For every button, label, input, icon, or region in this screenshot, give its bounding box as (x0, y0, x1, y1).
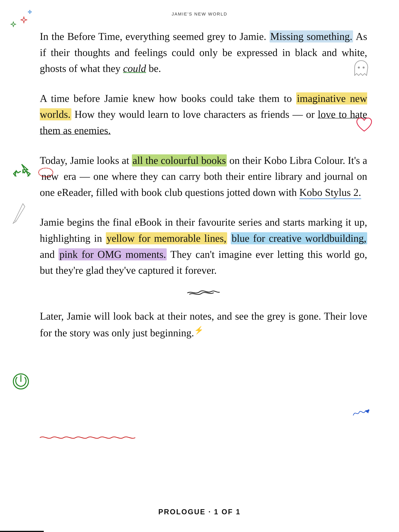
p3-new-word: new (40, 168, 60, 184)
svg-line-2 (23, 204, 25, 207)
svg-point-4 (39, 168, 53, 177)
svg-point-1 (363, 67, 365, 69)
p3-stylus: Kobo Stylus 2. (299, 187, 361, 199)
ghost-icon (352, 59, 370, 76)
p5-blue-mark: ⚡ (194, 326, 203, 334)
red-wavy-underline (40, 434, 135, 442)
p3-highlight-books: all the colourful books (132, 154, 227, 166)
p5-text1: Later, Jamie will look back at their not… (40, 310, 367, 338)
paragraph-1: In the Before Time, everything seemed gr… (40, 29, 367, 77)
p2-text1: A time before Jamie knew how books could… (40, 93, 296, 104)
p1-highlight-missing: Missing something. (269, 30, 353, 43)
svg-point-0 (358, 67, 360, 69)
scribble-decoration (40, 286, 367, 303)
p1-text1: In the Before Time, everything seemed gr… (40, 31, 269, 42)
p4-and: and (40, 249, 59, 260)
pencil-icon (12, 203, 26, 227)
paragraph-2: A time before Jamie knew how books could… (40, 91, 367, 139)
footer-label: PROLOGUE · 1 OF 1 (0, 508, 399, 516)
p4-blue: blue for creative worldbuilding, (231, 232, 367, 244)
p1-text3: be. (146, 63, 161, 74)
p1-could: could (123, 63, 146, 74)
main-content: In the Before Time, everything seemed gr… (40, 29, 367, 341)
paragraph-3: Today, Jamie looks at all the colourful … (40, 152, 367, 201)
footer-line (0, 531, 44, 532)
svg-line-3 (15, 220, 16, 222)
p2-text2: How they would learn to love characters … (72, 109, 318, 120)
p4-yellow: yellow for memorable lines, (106, 232, 227, 244)
p3-text2: on their Kobo Libra Colour. It's a (227, 155, 367, 166)
paragraph-4: Jamie begins the final eBook in their fa… (40, 214, 367, 278)
power-icon (11, 372, 31, 392)
blue-squiggle (352, 408, 370, 419)
p3-text1: Today, Jamie looks at (40, 155, 132, 166)
footer-text: PROLOGUE · 1 OF 1 (158, 508, 241, 516)
p4-text2 (227, 233, 231, 244)
p4-pink: pink for OMG moments. (59, 248, 167, 260)
sparkles-decoration (10, 8, 42, 41)
paragraph-5: Later, Jamie will look back at their not… (40, 308, 367, 341)
recycle-icon (12, 163, 32, 184)
heart-icon (355, 117, 373, 134)
page-title: JAMIE'S NEW WORLD (0, 0, 399, 17)
